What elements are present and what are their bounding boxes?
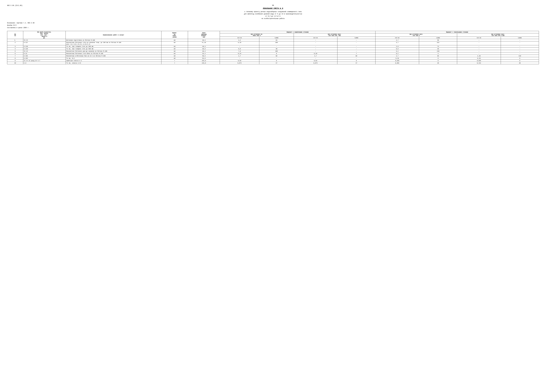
v1s1-qty-header: кол-во [220,37,259,39]
v1s2-qty-header: кол-во [294,37,337,39]
meta3: Составлены в ценах 1984 г. [7,27,539,29]
table-row: 46-I29То же, при толщине стен до 500 ммм… [7,47,539,50]
v2s2-header: при установке насо-сов типа АТН и ЭIВ [457,33,539,37]
v2s1-header: при установке насо-сов типа А [376,33,457,37]
page-number: 98 [7,5,539,6]
col-name: Наименование работ и затрат [66,31,161,39]
table-row: 26-I27Монолитные бетонные стен-ки канало… [7,41,539,45]
subtitle-line-1: к типовому проекту речных водозаборных с… [7,11,539,13]
table-row: 86-I6IТо же, Б-6м352,0––––0,I890,I89 [7,57,539,59]
table-row: 5II-IIМонолитное бетонное дни-ще каналов… [7,50,539,52]
table-row: 9II.Iч.II разд.IV п.7Арматура класса А-I… [7,59,539,62]
v1s2-sum-header: сумма [338,37,376,39]
table-row: IOп.8То же, класса А-IIт243,00,07II70,07… [7,62,539,64]
table-row: 76-I6IМонолитные ж/бетонные бал-ки Б-5 и… [7,55,539,57]
table-row: 66-I3Монолитные бетонные стол-бики из бе… [7,52,539,55]
v2s2-qty-header: кол-во [457,37,501,39]
col-unit: Едини-цаизме-рения [161,31,188,39]
doc-title: ЛОКАЛЬНАЯ СМЕТА № 8 [7,7,539,9]
document-header: 90I-I-30 (IЗ/1.85) 98 ЛОКАЛЬНАЯ СМЕТА № … [7,5,539,29]
table-row: 36-I28То же, при толщине стен до 300 ммм… [7,45,539,47]
doc-subtitle: к типовому проекту речных водозаборных с… [7,11,539,20]
col-num: №№пп [7,31,23,39]
variant1-header: Вариант с кирпичными стенами [220,31,376,33]
col-codes: №№ прей-скурантов,УСН, расце-нок, цен -н… [23,31,66,39]
variant2-header: Вариант с панельными стенами [376,31,539,33]
col-price: Ценаединицыизмере-ния [188,31,220,39]
v2s1-qty-header: кол-во [376,37,419,39]
subtitle-line-3: от 0,2 до 1,0 м³/с [7,15,539,17]
v1s1-header: при установке на-ОСОв типа А [220,33,294,37]
table-row: I.II-IIБетонная подготовка из бетона М-1… [7,39,539,41]
main-table: №№пп №№ прей-скурантов,УСН, расце-нок, ц… [7,31,539,64]
meta1: Основание: чертежи т.п. 90I-I-30 [7,22,539,24]
v1s2-header: при установке насо-сов типа АТН, ЭIВ [294,33,375,37]
subtitle-line-4: на особостроительные работы [7,18,539,20]
subtitle-line-2: для амплитуд колебания уровней воды от 6… [7,13,539,15]
v1s1-sum-header: сумма [259,37,294,39]
v2s2-sum-header: сумма [501,37,539,39]
meta2: Альбом II/I [7,25,539,26]
v2s1-sum-header: сумма [419,37,457,39]
